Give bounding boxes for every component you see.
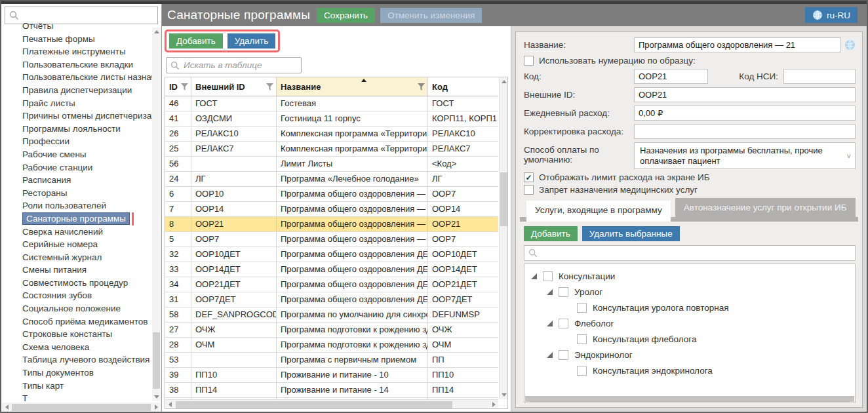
- table-row[interactable]: 27ОЧЖПрограмма подготовки к рождению здО…: [165, 323, 498, 338]
- table-row[interactable]: 56Лимит Листы<Код>: [165, 157, 498, 172]
- table-row[interactable]: 8ООР21Программа общего оздоровления — 2О…: [165, 217, 498, 232]
- tree-item-checkbox[interactable]: [559, 350, 568, 360]
- table-row[interactable]: 5ООР7Программа общего оздоровления — 7ОО…: [165, 232, 498, 247]
- payment-method-select[interactable]: Назначения из программы бесплатны, прочи…: [634, 142, 856, 169]
- table-row[interactable]: 33ООР14ДЕТПрограмма общего оздоровления …: [165, 262, 498, 277]
- table-row[interactable]: 28ОЧМПрограмма подготовки к рождению здО…: [165, 338, 498, 353]
- sidebar-item[interactable]: Типы документов: [22, 366, 152, 380]
- sidebar-item[interactable]: Причины отмены диспетчеризаци: [22, 109, 152, 123]
- scroll-left-icon[interactable]: [5, 404, 9, 410]
- tree-expander-icon[interactable]: [547, 319, 553, 328]
- sidebar-item[interactable]: Совместимость процедур: [22, 277, 152, 290]
- table-row[interactable]: 41ОЗДСМИГостиница 11 горпусКОРП11, КОРП1: [165, 111, 498, 127]
- scroll-down-icon[interactable]: [154, 395, 159, 399]
- table-row[interactable]: 32ООР10ДЕТПрограмма общего оздоровления …: [165, 247, 498, 262]
- daily-expense-field[interactable]: [634, 106, 856, 121]
- translate-globe-icon[interactable]: [844, 39, 856, 50]
- table-row[interactable]: 53Программа с первичным приемомПП: [165, 353, 498, 368]
- column-header-id[interactable]: ID: [165, 77, 191, 96]
- sidebar-item[interactable]: Платежные инструменты: [22, 45, 152, 58]
- tab-program-services[interactable]: Услуги, входящие в программу: [526, 201, 671, 222]
- sidebar-item[interactable]: Сверка начислений: [22, 226, 152, 239]
- table-row[interactable]: 26РЕЛАКС10Комплексная программа «Террито…: [165, 127, 498, 142]
- sidebar-item[interactable]: Социальное положение: [22, 302, 152, 315]
- scroll-up-icon[interactable]: [154, 30, 159, 33]
- sidebar-item[interactable]: Рабочие смены: [22, 148, 152, 161]
- cancel-changes-button[interactable]: Отменить изменения: [380, 8, 482, 23]
- tree-item[interactable]: Консультация уролога повторная: [527, 300, 852, 315]
- sidebar-item[interactable]: Схема человека: [22, 341, 152, 354]
- nsi-code-field[interactable]: [783, 69, 856, 84]
- sidebar-item[interactable]: Системный журнал: [22, 251, 152, 264]
- delete-program-button[interactable]: Удалить: [227, 33, 276, 49]
- add-program-button[interactable]: Добавить: [169, 33, 223, 49]
- filter-icon[interactable]: [266, 83, 273, 90]
- tree-expander-icon[interactable]: [547, 350, 553, 360]
- sidebar-item[interactable]: Отчёты: [22, 20, 152, 33]
- table-search-box[interactable]: [166, 57, 302, 73]
- scroll-up-icon[interactable]: [502, 80, 507, 83]
- sidebar-item[interactable]: Строковые константы: [22, 328, 152, 341]
- tree-item-checkbox[interactable]: [543, 271, 553, 281]
- tree-item-checkbox[interactable]: [559, 319, 568, 328]
- sidebar-item[interactable]: Пользовательские листы назначе: [22, 71, 152, 84]
- filter-icon[interactable]: [418, 83, 425, 90]
- table-row[interactable]: 7ООР14Программа общего оздоровления — 1О…: [165, 202, 498, 217]
- table-row[interactable]: 24ЛГПрограмма «Лечебное голодание»ЛГ: [165, 172, 498, 187]
- code-field[interactable]: [634, 69, 708, 84]
- scroll-right-icon[interactable]: [492, 402, 496, 407]
- sidebar-item[interactable]: Способ приёма медикаментов: [22, 315, 152, 328]
- sidebar-item[interactable]: Профессии: [22, 135, 152, 148]
- filter-icon[interactable]: [181, 83, 188, 90]
- sidebar-item[interactable]: Роли пользователей: [22, 199, 152, 212]
- tree-item[interactable]: Консультация флеболога: [527, 331, 852, 347]
- tree-item[interactable]: Флеболог: [527, 315, 852, 331]
- scroll-down-icon[interactable]: [502, 393, 507, 397]
- tree-item-checkbox[interactable]: [577, 366, 587, 376]
- table-row[interactable]: 6ООР10Программа общего оздоровления — 1О…: [165, 187, 498, 202]
- sidebar-item[interactable]: Печатные формы: [22, 33, 152, 46]
- sidebar-search-input[interactable]: [23, 10, 153, 20]
- table-row[interactable]: 46ГОСТГостеваяГОСТ: [165, 96, 498, 111]
- tree-item[interactable]: Консультация эндокринолога: [527, 363, 852, 378]
- sidebar-item[interactable]: Состояния зубов: [22, 289, 152, 302]
- sidebar-item[interactable]: Серийные номера: [22, 238, 152, 251]
- save-button[interactable]: Сохранить: [317, 8, 375, 23]
- scroll-left-icon[interactable]: [168, 402, 172, 407]
- sidebar-item-selected[interactable]: Санаторные программы: [22, 212, 152, 226]
- services-search-input[interactable]: [542, 248, 851, 258]
- table-horizontal-scrollbar[interactable]: [165, 399, 498, 408]
- show-limit-checkbox[interactable]: ✓: [524, 172, 534, 182]
- external-id-field[interactable]: [634, 87, 856, 102]
- sidebar-item[interactable]: Т: [22, 392, 152, 403]
- tree-item[interactable]: Консультации: [527, 268, 852, 284]
- table-row[interactable]: 58DEF_SANPROGCODEПрограмма по умолчанию …: [165, 307, 498, 323]
- sidebar-item[interactable]: Смены питания: [22, 264, 152, 277]
- tree-expander-icon[interactable]: [547, 287, 553, 297]
- services-search-box[interactable]: [524, 245, 856, 261]
- table-row[interactable]: 34ООР21ДЕТПрограмма общего оздоровления …: [165, 277, 498, 292]
- table-search-input[interactable]: [184, 60, 297, 70]
- table-row[interactable]: 38ПП14Проживание и питание - 14ПП14: [165, 383, 498, 398]
- table-vertical-scrollbar[interactable]: [499, 77, 507, 399]
- add-service-button[interactable]: Добавить: [524, 226, 578, 241]
- sidebar-item[interactable]: Таблица лучевого воздействия: [22, 353, 152, 366]
- ban-medical-services-checkbox[interactable]: [524, 185, 534, 195]
- column-header-code[interactable]: Код: [428, 77, 498, 96]
- tree-item-checkbox[interactable]: [577, 303, 587, 313]
- column-header-external-id[interactable]: Внешний ID: [191, 77, 277, 96]
- tree-item[interactable]: Уролог: [527, 284, 852, 300]
- tab-auto-assign-services[interactable]: Автоназначение услуг при открытии ИБ: [675, 198, 856, 217]
- table-row[interactable]: 39ПП10Проживание и питание - 10ПП10: [165, 368, 498, 383]
- sidebar-item[interactable]: Рестораны: [22, 187, 152, 200]
- table-row[interactable]: 25РЕЛАКС7Комплексная программа «Территор…: [165, 142, 498, 157]
- language-button[interactable]: ru-RU: [805, 7, 858, 23]
- name-field[interactable]: [634, 37, 841, 52]
- sidebar-vertical-scrollbar[interactable]: [152, 28, 161, 401]
- column-header-name[interactable]: Название: [277, 77, 428, 96]
- scroll-right-icon[interactable]: [155, 404, 158, 410]
- sidebar-item[interactable]: Прайс листы: [22, 97, 152, 110]
- tree-item-checkbox[interactable]: [577, 334, 587, 344]
- tree-item-checkbox[interactable]: [559, 287, 568, 297]
- numbering-template-checkbox[interactable]: [524, 56, 534, 66]
